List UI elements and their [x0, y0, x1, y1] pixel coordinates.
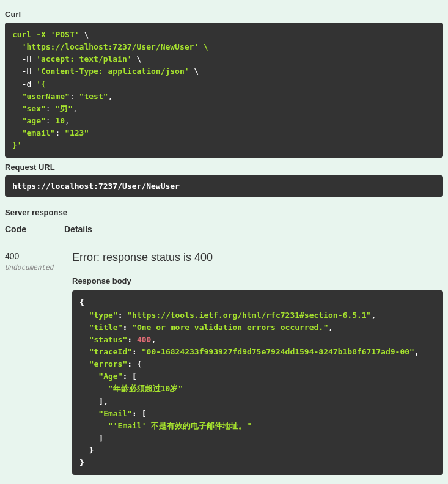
response-body-json[interactable]: { "type": "https://tools.ietf.org/html/r… [72, 290, 443, 475]
curl-method: 'POST' [51, 30, 79, 39]
curl-label: Curl [5, 10, 443, 19]
request-url-value[interactable]: https://localhost:7237/User/NewUser [5, 175, 443, 197]
response-body-label: Response body [72, 276, 443, 285]
request-url-label: Request URL [5, 163, 443, 172]
server-response-label: Server response [5, 208, 443, 217]
curl-header-accept: 'accept: text/plain' [36, 54, 132, 64]
undocumented-label: Undocumented [5, 263, 72, 271]
curl-header-content-type: 'Content-Type: application/json' [36, 67, 189, 76]
status-code: 400 [5, 251, 72, 261]
details-header: Details [64, 224, 92, 234]
code-header: Code [5, 224, 26, 234]
error-message: Error: response status is 400 [72, 251, 443, 264]
curl-url: 'https://localhost:7237/User/NewUser' \ [12, 42, 208, 51]
curl-cmd: curl -X [12, 30, 51, 39]
curl-code-block[interactable]: curl -X 'POST' \ 'https://localhost:7237… [5, 23, 443, 158]
